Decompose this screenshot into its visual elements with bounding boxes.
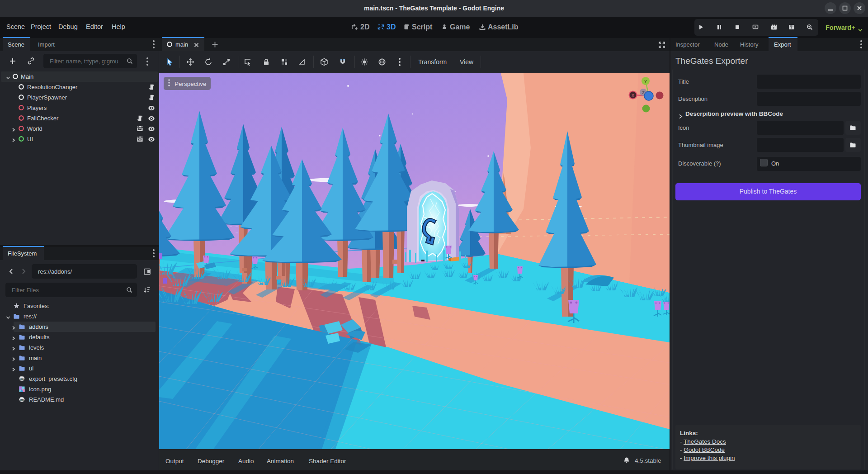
svg-text:Perspective: Perspective — [175, 81, 207, 87]
svg-text:TXT: TXT — [20, 378, 24, 380]
svg-text:X: X — [632, 93, 634, 98]
svg-text:Y: Y — [644, 79, 647, 84]
svg-text:TXT: TXT — [20, 399, 24, 401]
